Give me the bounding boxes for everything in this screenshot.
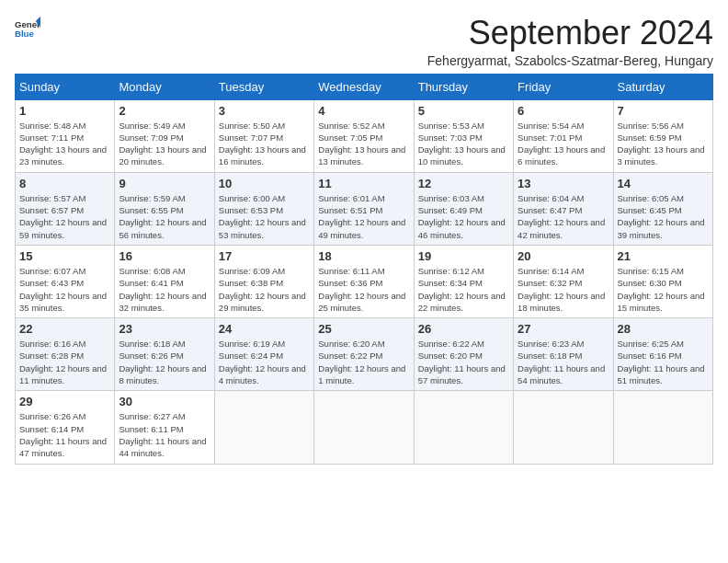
day-info: Sunrise: 5:50 AM Sunset: 7:07 PM Dayligh… [219, 120, 310, 168]
day-info: Sunrise: 5:52 AM Sunset: 7:05 PM Dayligh… [318, 120, 409, 168]
calendar-cell [314, 391, 414, 464]
day-number: 22 [19, 322, 110, 336]
calendar-cell: 12Sunrise: 6:03 AM Sunset: 6:49 PM Dayli… [414, 172, 513, 245]
calendar-cell: 20Sunrise: 6:14 AM Sunset: 6:32 PM Dayli… [514, 245, 613, 317]
day-info: Sunrise: 6:11 AM Sunset: 6:36 PM Dayligh… [318, 265, 409, 314]
day-info: Sunrise: 6:16 AM Sunset: 6:28 PM Dayligh… [19, 338, 110, 386]
day-number: 18 [318, 249, 409, 263]
calendar-cell: 28Sunrise: 6:25 AM Sunset: 6:16 PM Dayli… [613, 318, 712, 391]
day-info: Sunrise: 6:12 AM Sunset: 6:34 PM Dayligh… [418, 265, 509, 314]
calendar-cell: 22Sunrise: 6:16 AM Sunset: 6:28 PM Dayli… [16, 318, 115, 391]
day-info: Sunrise: 6:07 AM Sunset: 6:43 PM Dayligh… [19, 265, 110, 314]
day-number: 20 [518, 249, 609, 263]
day-info: Sunrise: 6:27 AM Sunset: 6:11 PM Dayligh… [119, 410, 210, 459]
day-info: Sunrise: 6:26 AM Sunset: 6:14 PM Dayligh… [19, 410, 110, 459]
weekday-header-sunday: Sunday [16, 74, 115, 99]
calendar-cell: 25Sunrise: 6:20 AM Sunset: 6:22 PM Dayli… [314, 318, 414, 391]
week-row-2: 8Sunrise: 5:57 AM Sunset: 6:57 PM Daylig… [16, 172, 713, 245]
calendar-cell: 1Sunrise: 5:48 AM Sunset: 7:11 PM Daylig… [16, 99, 115, 172]
week-row-4: 22Sunrise: 6:16 AM Sunset: 6:28 PM Dayli… [16, 318, 713, 391]
day-info: Sunrise: 5:59 AM Sunset: 6:55 PM Dayligh… [119, 192, 210, 241]
calendar-cell: 10Sunrise: 6:00 AM Sunset: 6:53 PM Dayli… [214, 172, 313, 245]
calendar-cell: 17Sunrise: 6:09 AM Sunset: 6:38 PM Dayli… [214, 245, 313, 317]
calendar-cell: 5Sunrise: 5:53 AM Sunset: 7:03 PM Daylig… [414, 99, 513, 172]
day-info: Sunrise: 6:23 AM Sunset: 6:18 PM Dayligh… [518, 338, 609, 386]
calendar-cell: 15Sunrise: 6:07 AM Sunset: 6:43 PM Dayli… [16, 245, 115, 317]
day-number: 11 [318, 177, 409, 190]
day-number: 8 [19, 177, 110, 190]
weekday-header-thursday: Thursday [414, 74, 513, 99]
day-info: Sunrise: 6:00 AM Sunset: 6:53 PM Dayligh… [219, 192, 310, 241]
day-info: Sunrise: 5:57 AM Sunset: 6:57 PM Dayligh… [19, 192, 110, 241]
day-number: 6 [518, 104, 609, 118]
day-number: 16 [119, 249, 210, 263]
calendar-cell: 13Sunrise: 6:04 AM Sunset: 6:47 PM Dayli… [514, 172, 613, 245]
day-number: 12 [418, 177, 509, 190]
location-title: Fehergyarmat, Szabolcs-Szatmar-Bereg, Hu… [427, 53, 713, 68]
day-info: Sunrise: 5:56 AM Sunset: 6:59 PM Dayligh… [618, 120, 709, 168]
logo: General Blue [15, 15, 40, 40]
day-number: 2 [119, 104, 210, 118]
calendar-cell: 11Sunrise: 6:01 AM Sunset: 6:51 PM Dayli… [314, 172, 414, 245]
weekday-header-monday: Monday [115, 74, 214, 99]
day-info: Sunrise: 6:14 AM Sunset: 6:32 PM Dayligh… [518, 265, 609, 314]
calendar-cell: 9Sunrise: 5:59 AM Sunset: 6:55 PM Daylig… [115, 172, 214, 245]
day-number: 26 [418, 322, 509, 336]
calendar-cell [214, 391, 313, 464]
day-info: Sunrise: 6:01 AM Sunset: 6:51 PM Dayligh… [318, 192, 409, 241]
calendar-cell: 19Sunrise: 6:12 AM Sunset: 6:34 PM Dayli… [414, 245, 513, 317]
week-row-3: 15Sunrise: 6:07 AM Sunset: 6:43 PM Dayli… [16, 245, 713, 317]
day-info: Sunrise: 5:53 AM Sunset: 7:03 PM Dayligh… [418, 120, 509, 168]
calendar-cell: 8Sunrise: 5:57 AM Sunset: 6:57 PM Daylig… [16, 172, 115, 245]
day-number: 23 [119, 322, 210, 336]
day-info: Sunrise: 6:18 AM Sunset: 6:26 PM Dayligh… [119, 338, 210, 386]
weekday-header-tuesday: Tuesday [214, 74, 313, 99]
day-number: 9 [119, 177, 210, 190]
day-number: 24 [219, 322, 310, 336]
day-number: 15 [19, 249, 110, 263]
weekday-header-saturday: Saturday [613, 74, 712, 99]
day-number: 29 [19, 395, 110, 408]
calendar-cell: 27Sunrise: 6:23 AM Sunset: 6:18 PM Dayli… [514, 318, 613, 391]
weekday-header-friday: Friday [514, 74, 613, 99]
day-number: 27 [518, 322, 609, 336]
calendar-table: SundayMondayTuesdayWednesdayThursdayFrid… [15, 74, 713, 465]
day-number: 13 [518, 177, 609, 190]
day-info: Sunrise: 6:04 AM Sunset: 6:47 PM Dayligh… [518, 192, 609, 241]
calendar-cell: 23Sunrise: 6:18 AM Sunset: 6:26 PM Dayli… [115, 318, 214, 391]
day-info: Sunrise: 6:05 AM Sunset: 6:45 PM Dayligh… [618, 192, 709, 241]
page-header: General Blue September 2024 Fehergyarmat… [15, 15, 713, 68]
day-number: 28 [618, 322, 709, 336]
day-number: 4 [318, 104, 409, 118]
day-number: 14 [618, 177, 709, 190]
week-row-5: 29Sunrise: 6:26 AM Sunset: 6:14 PM Dayli… [16, 391, 713, 464]
day-number: 3 [219, 104, 310, 118]
day-info: Sunrise: 6:08 AM Sunset: 6:41 PM Dayligh… [119, 265, 210, 314]
day-info: Sunrise: 6:22 AM Sunset: 6:20 PM Dayligh… [418, 338, 509, 386]
title-area: September 2024 Fehergyarmat, Szabolcs-Sz… [427, 15, 713, 68]
calendar-cell: 18Sunrise: 6:11 AM Sunset: 6:36 PM Dayli… [314, 245, 414, 317]
calendar-cell: 21Sunrise: 6:15 AM Sunset: 6:30 PM Dayli… [613, 245, 712, 317]
week-row-1: 1Sunrise: 5:48 AM Sunset: 7:11 PM Daylig… [16, 99, 713, 172]
day-number: 10 [219, 177, 310, 190]
day-info: Sunrise: 6:25 AM Sunset: 6:16 PM Dayligh… [618, 338, 709, 386]
day-number: 1 [19, 104, 110, 118]
day-info: Sunrise: 5:48 AM Sunset: 7:11 PM Dayligh… [19, 120, 110, 168]
calendar-cell: 26Sunrise: 6:22 AM Sunset: 6:20 PM Dayli… [414, 318, 513, 391]
weekday-header-row: SundayMondayTuesdayWednesdayThursdayFrid… [16, 74, 713, 99]
day-info: Sunrise: 6:20 AM Sunset: 6:22 PM Dayligh… [318, 338, 409, 386]
calendar-cell: 6Sunrise: 5:54 AM Sunset: 7:01 PM Daylig… [514, 99, 613, 172]
logo-icon: General Blue [15, 15, 40, 40]
calendar-cell [613, 391, 712, 464]
calendar-cell [514, 391, 613, 464]
month-title: September 2024 [427, 15, 713, 52]
day-number: 25 [318, 322, 409, 336]
day-number: 30 [119, 395, 210, 408]
day-number: 5 [418, 104, 509, 118]
day-number: 19 [418, 249, 509, 263]
day-number: 21 [618, 249, 709, 263]
calendar-cell: 24Sunrise: 6:19 AM Sunset: 6:24 PM Dayli… [214, 318, 313, 391]
weekday-header-wednesday: Wednesday [314, 74, 414, 99]
day-number: 17 [219, 249, 310, 263]
calendar-cell: 7Sunrise: 5:56 AM Sunset: 6:59 PM Daylig… [613, 99, 712, 172]
